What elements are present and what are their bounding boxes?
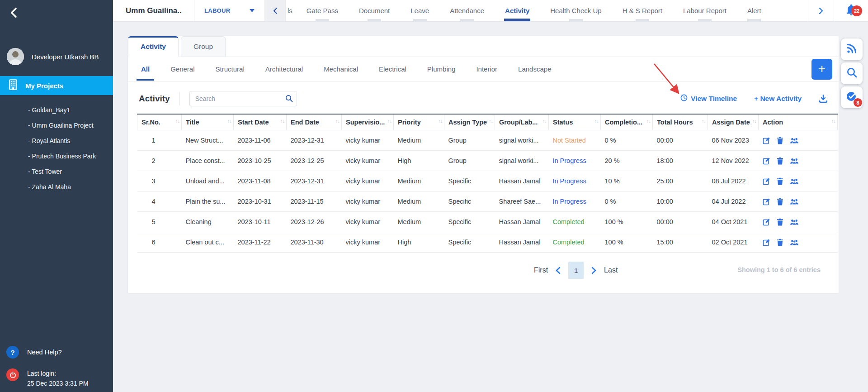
pagination-first[interactable]: First	[534, 266, 548, 274]
delete-icon[interactable]	[777, 198, 783, 206]
tasks-button[interactable]: 8	[841, 86, 863, 108]
pagination-prev-icon[interactable]	[554, 267, 562, 274]
sidebar-item-my-projects[interactable]: My Projects	[0, 76, 113, 95]
column-header-completio[interactable]: Completio...↑↓	[601, 114, 653, 130]
search-input[interactable]	[189, 91, 297, 106]
category-tab-interior[interactable]: Interior	[471, 57, 503, 81]
top-tab-gate-pass[interactable]: Gate Pass	[296, 0, 349, 21]
assign-users-icon[interactable]	[790, 198, 799, 205]
category-tab-electrical[interactable]: Electrical	[373, 57, 412, 81]
delete-icon[interactable]	[777, 177, 783, 185]
tabs-scroll-right-button[interactable]	[808, 0, 834, 21]
tabs-scroll-left-button[interactable]	[265, 0, 286, 21]
column-header-assign-type[interactable]: Assign Type↑↓	[444, 114, 495, 130]
power-icon[interactable]	[6, 368, 19, 381]
edit-icon[interactable]	[763, 157, 770, 165]
column-header-end-date[interactable]: End Date↑↓	[287, 114, 342, 130]
sidebar-project-royal-atlantis[interactable]: - Royal Atlantis	[0, 133, 113, 148]
top-tab-attendance[interactable]: Attendance	[439, 0, 495, 21]
avatar	[7, 48, 24, 65]
cell-start: 2023-10-31	[234, 191, 287, 212]
assign-users-icon[interactable]	[790, 239, 799, 246]
download-button[interactable]	[819, 95, 828, 103]
sidebar-project-umm-guailina-project[interactable]: - Umm Guailina Project	[0, 118, 113, 133]
column-header-title[interactable]: Title↑↓	[182, 114, 234, 130]
cell-action	[759, 130, 838, 151]
top-tab-alert[interactable]: Alert	[737, 0, 772, 21]
cell-assign-type: Specific	[444, 232, 495, 253]
assign-users-icon[interactable]	[790, 219, 799, 225]
top-tab-h-s-report[interactable]: H & S Report	[612, 0, 673, 21]
column-label: End Date	[291, 119, 319, 126]
column-header-action[interactable]: Action↑↓	[759, 114, 838, 130]
top-tab-activity[interactable]: Activity	[495, 0, 540, 21]
category-tab-structural[interactable]: Structural	[210, 57, 250, 81]
pagination-next-icon[interactable]	[590, 267, 598, 274]
category-tab-plumbing[interactable]: Plumbing	[422, 57, 461, 81]
activity-table-wrap: Sr.No.↑↓Title↑↓Start Date↑↓End Date↑↓Sup…	[128, 114, 839, 253]
edit-icon[interactable]	[763, 239, 770, 246]
cell-action	[759, 232, 838, 253]
sidebar-bottom: ? Need Help? Last login: 25 Dec 2023 3:3…	[0, 346, 113, 388]
view-tab-activity[interactable]: Activity	[128, 36, 179, 57]
column-header-start-date[interactable]: Start Date↑↓	[234, 114, 287, 130]
assign-users-icon[interactable]	[790, 137, 799, 144]
role-dropdown[interactable]: LABOUR	[194, 0, 265, 21]
column-label: Action	[763, 119, 783, 126]
category-tab-landscape[interactable]: Landscape	[513, 57, 557, 81]
new-activity-button[interactable]: + New Activity	[754, 95, 802, 103]
chevron-down-icon	[250, 7, 255, 14]
cell-group: Shareef Sae...	[495, 191, 549, 212]
delete-icon[interactable]	[777, 137, 783, 144]
top-tab-leave[interactable]: Leave	[400, 0, 439, 21]
sidebar-project-test-tower[interactable]: - Test Tower	[0, 164, 113, 179]
pagination-last[interactable]: Last	[604, 266, 618, 274]
pagination-page-1[interactable]: 1	[568, 262, 584, 279]
column-header-assign-date[interactable]: Assign Date↑↓	[708, 114, 759, 130]
view-tab-group[interactable]: Group	[181, 36, 226, 57]
column-label: Total Hours	[657, 119, 693, 126]
cell-supervision: vicky kumar	[342, 151, 394, 171]
edit-icon[interactable]	[763, 218, 770, 226]
global-search-button[interactable]	[841, 62, 863, 84]
column-header-priority[interactable]: Priority↑↓	[394, 114, 444, 130]
need-help-link[interactable]: ? Need Help?	[0, 346, 113, 359]
view-timeline-link[interactable]: View Timeline	[680, 94, 737, 103]
category-tab-all[interactable]: All	[136, 57, 155, 81]
column-header-status[interactable]: Status↑↓	[549, 114, 601, 130]
assign-users-icon[interactable]	[790, 178, 799, 185]
assign-users-icon[interactable]	[790, 158, 799, 164]
column-label: Start Date	[238, 119, 269, 126]
delete-icon[interactable]	[777, 239, 783, 246]
table-row: 6Clean out c...2023-11-222023-11-30vicky…	[137, 232, 838, 253]
top-tab-document[interactable]: Document	[349, 0, 400, 21]
column-header-group-lab[interactable]: Group/Lab...↑↓	[495, 114, 549, 130]
notifications-button[interactable]: 22	[834, 0, 868, 21]
feed-button[interactable]	[841, 38, 863, 60]
sidebar-project-prutech-business-park[interactable]: - Prutech Business Park	[0, 148, 113, 164]
sidebar-project-goldan-bay1[interactable]: - Goldan_Bay1	[0, 102, 113, 118]
top-tab-partial[interactable]: ls	[286, 0, 296, 21]
edit-icon[interactable]	[763, 198, 770, 206]
delete-icon[interactable]	[777, 218, 783, 226]
sidebar-project-zaha-al-maha[interactable]: - Zaha Al Maha	[0, 179, 113, 195]
column-header-supervisio[interactable]: Supervisio...↑↓	[342, 114, 394, 130]
top-tab-labour-report[interactable]: Labour Report	[673, 0, 737, 21]
edit-icon[interactable]	[763, 177, 770, 185]
delete-icon[interactable]	[777, 157, 783, 165]
category-tab-general[interactable]: General	[165, 57, 200, 81]
cell-assign-date: 02 Oct 2021	[708, 232, 759, 253]
category-tab-architectural[interactable]: Architectural	[260, 57, 308, 81]
search-icon[interactable]	[285, 95, 293, 104]
column-header-total-hours[interactable]: Total Hours↑↓	[653, 114, 708, 130]
help-icon[interactable]: ?	[6, 346, 19, 359]
main-content: ActivityGroup AllGeneralStructuralArchit…	[113, 22, 868, 392]
edit-icon[interactable]	[763, 137, 770, 144]
sidebar-collapse-icon[interactable]	[9, 7, 19, 20]
column-header-sr-no[interactable]: Sr.No.↑↓	[137, 114, 182, 130]
top-tab-health-check-up[interactable]: Health Check Up	[540, 0, 612, 21]
cell-title: New Struct...	[182, 130, 234, 151]
category-tab-mechanical[interactable]: Mechanical	[318, 57, 363, 81]
add-activity-button[interactable]: +	[811, 59, 832, 80]
table-header-row: Sr.No.↑↓Title↑↓Start Date↑↓End Date↑↓Sup…	[137, 114, 838, 130]
